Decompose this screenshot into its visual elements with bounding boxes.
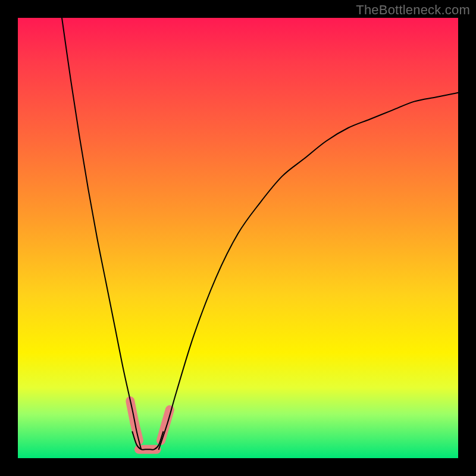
curve-right-branch [159,93,458,449]
watermark-text: TheBottleneck.com [356,2,470,18]
curve-left-branch [62,18,141,449]
chart-stage: TheBottleneck.com [0,0,476,476]
plot-area [18,18,458,458]
curve-layer [18,18,458,458]
bottleneck-curve [62,18,458,450]
